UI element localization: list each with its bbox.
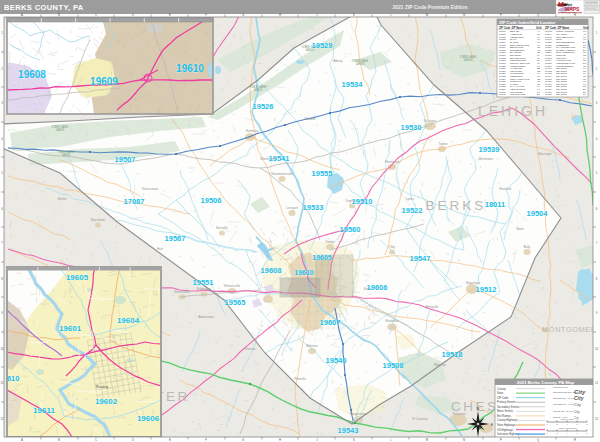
svg-text:19607: 19607 [320, 318, 341, 327]
svg-text:19541: 19541 [269, 154, 290, 163]
svg-text:19565: 19565 [225, 298, 246, 307]
svg-text:19610: 19610 [294, 269, 314, 276]
svg-text:Reading: Reading [96, 385, 108, 389]
svg-text:Temple: Temple [325, 240, 335, 244]
svg-text:G: G [242, 13, 244, 17]
svg-text:Bernville: Bernville [216, 226, 228, 230]
svg-text:19541: 19541 [499, 93, 506, 96]
svg-text:Primary Streets: Primary Streets [497, 400, 516, 404]
svg-text:12: 12 [0, 417, 4, 421]
svg-text:ZIP Code Index/Grid Locator: ZIP Code Index/Grid Locator [499, 20, 556, 25]
svg-text:6: 6 [576, 423, 577, 425]
svg-text:19560: 19560 [340, 225, 361, 234]
svg-text:19601: 19601 [59, 324, 82, 333]
svg-text:Robesonia: Robesonia [197, 287, 212, 291]
svg-text:G: G [242, 438, 244, 442]
svg-text:LANDS: LANDS [464, 58, 473, 62]
svg-text:Exit Ramps: Exit Ramps [497, 414, 511, 418]
svg-text:Hereford: Hereford [499, 187, 511, 191]
svg-text:B: B [58, 13, 60, 17]
svg-text:State: State [497, 391, 504, 395]
svg-text:0: 0 [546, 432, 547, 434]
svg-text:K: K [353, 13, 355, 17]
svg-text:19602: 19602 [95, 397, 118, 406]
svg-text:Adamstown: Adamstown [198, 315, 214, 319]
svg-text:19518: 19518 [442, 350, 463, 359]
svg-text:11: 11 [595, 381, 598, 385]
svg-text:Approx. Miles: Approx. Miles [560, 418, 574, 420]
svg-text:Lyons: Lyons [406, 197, 414, 201]
svg-text:Leesport: Leesport [286, 206, 298, 210]
svg-text:Strausstown: Strausstown [142, 187, 159, 191]
svg-text:19506: 19506 [201, 196, 222, 205]
svg-text:19608: 19608 [18, 69, 46, 80]
svg-text:MOHRSVILLE: MOHRSVILLE [510, 93, 526, 96]
svg-text:19539: 19539 [479, 145, 500, 154]
svg-text:19522: 19522 [402, 206, 423, 215]
svg-text:Maps of Every Kind: Maps of Every Kind [561, 12, 575, 13]
svg-text:Fleetwood: Fleetwood [385, 160, 399, 164]
svg-text:READING: READING [556, 93, 567, 96]
svg-text:H: H [279, 438, 281, 442]
svg-text:N: N [463, 438, 465, 442]
svg-text:City: City [574, 402, 582, 407]
svg-text:8: 8 [586, 432, 587, 434]
svg-text:19611: 19611 [33, 406, 55, 415]
svg-text:19608: 19608 [261, 266, 282, 275]
svg-text:19555: 19555 [312, 169, 333, 178]
svg-text:Grid: Grid [583, 26, 589, 30]
svg-text:LANDS: LANDS [56, 128, 65, 132]
svg-text:Barto: Barto [516, 227, 524, 231]
svg-text:City: City [574, 389, 586, 395]
svg-text:Mohnton: Mohnton [306, 344, 318, 348]
svg-text:19543: 19543 [338, 426, 359, 435]
svg-text:Albany: Albany [333, 59, 343, 63]
svg-text:19609: 19609 [90, 76, 118, 87]
svg-text:BERKS: BERKS [426, 198, 487, 213]
svg-text:19504: 19504 [527, 209, 549, 218]
svg-text:Plowville: Plowville [294, 377, 306, 381]
svg-text:Myerstown: Myerstown [91, 218, 106, 222]
svg-text:Wernersville: Wernersville [224, 284, 241, 288]
svg-text:4: 4 [566, 432, 567, 434]
svg-text:19551: 19551 [193, 278, 214, 287]
svg-text:LANDS: LANDS [356, 62, 365, 66]
svg-text:11: 11 [1, 381, 4, 385]
svg-text:Bally: Bally [524, 245, 531, 249]
svg-text:2: 2 [556, 423, 557, 425]
svg-text:B: B [58, 438, 60, 442]
svg-text:Amityville: Amityville [426, 305, 439, 309]
svg-text:ZIP Code: ZIP Code [545, 26, 557, 30]
svg-text:Mertztown: Mertztown [479, 157, 493, 161]
svg-text:H: H [279, 13, 281, 17]
svg-text:D: D [132, 438, 134, 442]
svg-text:R: R [574, 438, 576, 442]
svg-text:4: 4 [566, 423, 567, 425]
svg-text:18011: 18011 [485, 200, 505, 209]
svg-text:19533: 19533 [303, 203, 324, 212]
svg-text:19611: 19611 [545, 93, 552, 96]
svg-text:A: A [21, 438, 23, 442]
svg-text:Minor Streets: Minor Streets [497, 409, 514, 413]
svg-text:19530: 19530 [401, 123, 422, 132]
svg-text:12: 12 [595, 417, 599, 421]
svg-text:19508: 19508 [383, 361, 404, 370]
svg-text:19605: 19605 [312, 254, 332, 261]
svg-text:LANDS: LANDS [254, 88, 263, 92]
svg-text:Elverson: Elverson [434, 363, 446, 367]
svg-text:2021 ZIP Code Premium Edition: 2021 ZIP Code Premium Edition [392, 4, 467, 10]
svg-text:City: City [574, 410, 580, 414]
svg-text:Host: Host [157, 247, 163, 251]
svg-text:Birdsboro: Birdsboro [386, 319, 399, 323]
svg-text:E: E [169, 438, 171, 442]
svg-text:6: 6 [576, 432, 577, 434]
svg-text:19512: 19512 [476, 285, 497, 294]
svg-text:10: 10 [0, 347, 4, 351]
svg-text:R: R [574, 13, 576, 17]
svg-text:N: N [463, 13, 465, 17]
svg-text:P: P [500, 438, 502, 442]
svg-text:19534: 19534 [342, 80, 364, 89]
svg-text:C: C [95, 13, 97, 17]
svg-text:Oley: Oley [389, 245, 396, 249]
svg-text:MONTGOMERY: MONTGOMERY [542, 325, 600, 334]
